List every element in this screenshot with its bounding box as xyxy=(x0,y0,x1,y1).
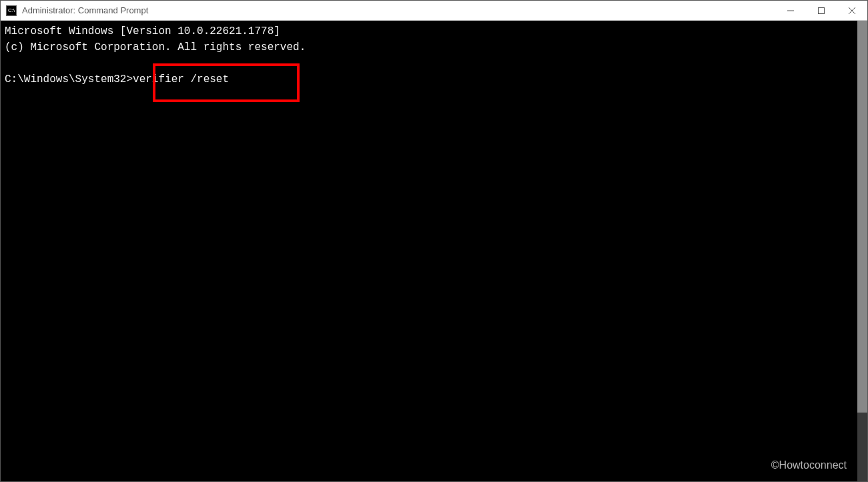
terminal-command: verifier /reset xyxy=(133,71,229,87)
terminal-prompt: C:\Windows\System32> xyxy=(5,71,133,87)
minimize-button[interactable] xyxy=(775,1,806,20)
terminal-line-version: Microsoft Windows [Version 10.0.22621.17… xyxy=(5,25,280,37)
titlebar[interactable]: C:\ Administrator: Command Prompt xyxy=(1,1,867,21)
svg-rect-1 xyxy=(819,7,825,13)
terminal-line-copyright: (c) Microsoft Corporation. All rights re… xyxy=(5,41,306,53)
cmd-icon: C:\ xyxy=(6,5,17,16)
window-controls xyxy=(775,1,867,20)
watermark-text: ©Howtoconnect xyxy=(771,459,847,471)
vertical-scrollbar[interactable] xyxy=(857,21,867,481)
maximize-button[interactable] xyxy=(806,1,837,20)
terminal-prompt-line: C:\Windows\System32>verifier /reset xyxy=(5,71,853,87)
command-prompt-window: C:\ Administrator: Command Prompt xyxy=(0,0,868,482)
scrollbar-thumb[interactable] xyxy=(857,21,867,413)
terminal-wrapper: Microsoft Windows [Version 10.0.22621.17… xyxy=(1,21,867,481)
window-title: Administrator: Command Prompt xyxy=(22,5,775,15)
close-icon xyxy=(849,7,855,14)
terminal-output[interactable]: Microsoft Windows [Version 10.0.22621.17… xyxy=(1,21,857,481)
close-button[interactable] xyxy=(837,1,867,20)
cmd-icon-text: C:\ xyxy=(8,7,15,13)
maximize-icon xyxy=(818,7,825,14)
minimize-icon xyxy=(787,7,794,14)
